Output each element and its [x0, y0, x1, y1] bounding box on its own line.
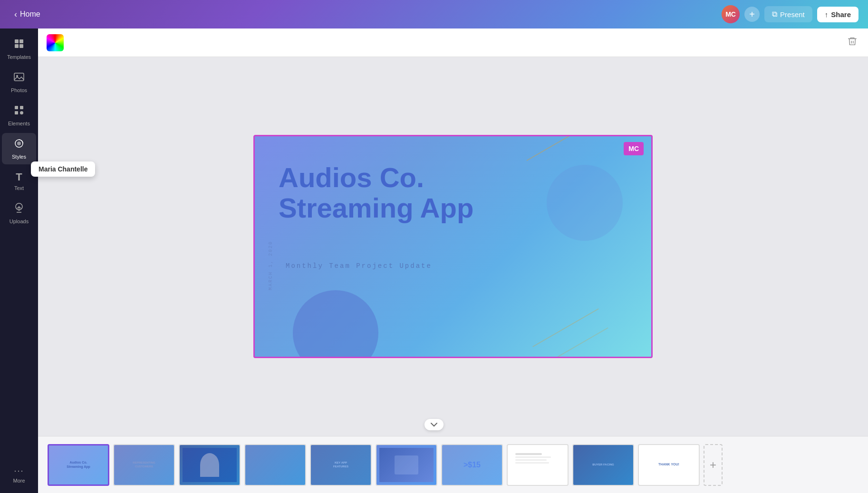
svg-point-9 [20, 111, 23, 114]
svg-rect-8 [15, 111, 18, 114]
thumb-5-content: KEY APPFEATURES [311, 445, 371, 485]
color-palette-button[interactable] [46, 33, 65, 52]
slide-thumb-2[interactable]: REPRESENTINGCUSTOMERS [113, 444, 175, 486]
filmstrip: Audios Co.Streaming App REPRESENTINGCUST… [38, 436, 868, 493]
uploads-label: Uploads [10, 218, 29, 224]
share-label: Share [831, 10, 851, 19]
slide-subtitle: Monthly Team Project Update [286, 262, 432, 270]
header: ‹ Home MC + ⧉ Present ↑ Share [0, 0, 868, 28]
deco-line-2 [532, 308, 599, 347]
uploads-icon [13, 202, 25, 217]
svg-rect-2 [15, 44, 19, 48]
home-label: Home [20, 10, 40, 19]
svg-point-11 [17, 142, 21, 145]
elements-icon [13, 104, 25, 119]
slide-thumb-4[interactable] [244, 444, 306, 486]
slide-thumb-8[interactable] [507, 444, 569, 486]
toolbar [38, 28, 868, 57]
svg-rect-7 [20, 106, 23, 109]
sidebar-item-elements[interactable]: Elements [2, 100, 36, 131]
templates-label: Templates [7, 54, 31, 60]
styles-icon [13, 138, 25, 152]
thumb-4-content [245, 445, 305, 485]
home-back-button[interactable]: ‹ Home [10, 7, 45, 22]
add-slide-icon: + [710, 458, 716, 472]
photos-icon [13, 71, 25, 85]
present-label: Present [780, 10, 805, 19]
photos-label: Photos [11, 87, 27, 93]
slide-thumb-10[interactable]: THANK YOU! [638, 444, 700, 486]
deco-line-3 [542, 327, 608, 358]
slide-thumb-1[interactable]: Audios Co.Streaming App [48, 444, 109, 486]
styles-label: Styles [12, 154, 26, 160]
deco-line-1 [527, 135, 577, 161]
avatar[interactable]: MC [722, 5, 740, 23]
present-icon: ⧉ [772, 10, 777, 19]
add-collaborator-button[interactable]: + [744, 7, 760, 22]
slide-thumb-3[interactable] [179, 444, 241, 486]
thumb-6-content [376, 445, 436, 485]
sidebar-item-uploads[interactable]: Uploads [2, 198, 36, 229]
thumb-7-content: >$15 [442, 445, 502, 485]
sidebar-item-templates[interactable]: Templates [2, 33, 36, 65]
sidebar-item-styles[interactable]: Styles [2, 133, 36, 164]
slide-title: Audios Co. Streaming App [279, 162, 473, 223]
slide-thumb-9[interactable]: BUYER FACING [572, 444, 634, 486]
elements-label: Elements [8, 121, 30, 126]
add-slide-button[interactable]: + [704, 444, 723, 486]
templates-icon [13, 38, 25, 52]
sidebar: Templates Photos Elements [0, 28, 38, 493]
thumb-3-content [180, 445, 240, 485]
slide-thumb-6[interactable] [376, 444, 437, 486]
slide-thumb-5[interactable]: KEY APPFEATURES [310, 444, 372, 486]
delete-button[interactable] [844, 33, 860, 52]
sidebar-item-text[interactable]: T Text [2, 166, 36, 196]
back-arrow-icon: ‹ [14, 9, 17, 19]
slide-canvas[interactable]: Audios Co. Streaming App Monthly Team Pr… [253, 135, 653, 358]
more-label: More [13, 478, 25, 484]
deco-circle-2 [547, 165, 623, 241]
more-icon: ··· [14, 466, 24, 476]
svg-rect-3 [19, 44, 23, 48]
sidebar-item-more[interactable]: ··· More [2, 461, 36, 488]
thumb-1-content: Audios Co.Streaming App [49, 446, 108, 484]
slide-date: MARCH 1, 2020 [268, 241, 273, 290]
sidebar-item-photos[interactable]: Photos [2, 66, 36, 98]
color-wheel-icon [47, 34, 64, 51]
share-button[interactable]: ↑ Share [817, 7, 858, 22]
thumb-8-content [508, 445, 568, 485]
header-right: MC + ⧉ Present ↑ Share [722, 5, 858, 23]
svg-rect-6 [15, 106, 18, 109]
svg-rect-1 [19, 39, 23, 43]
header-left: ‹ Home [10, 7, 45, 22]
canvas-area: Audios Co. Streaming App Monthly Team Pr… [38, 57, 868, 436]
collapse-panel-button[interactable] [424, 419, 444, 430]
share-icon: ↑ [825, 10, 829, 19]
svg-rect-0 [15, 39, 19, 43]
svg-rect-4 [14, 73, 24, 81]
text-icon: T [16, 171, 22, 183]
thumb-2-content: REPRESENTINGCUSTOMERS [114, 445, 174, 485]
slide-thumb-7[interactable]: >$15 [441, 444, 503, 486]
text-label: Text [14, 185, 24, 191]
thumb-10-content: THANK YOU! [639, 445, 699, 485]
deco-circle-1 [293, 290, 378, 358]
thumb-9-content: BUYER FACING [573, 445, 633, 485]
present-button[interactable]: ⧉ Present [764, 6, 812, 22]
slide-badge: MC [624, 142, 644, 155]
